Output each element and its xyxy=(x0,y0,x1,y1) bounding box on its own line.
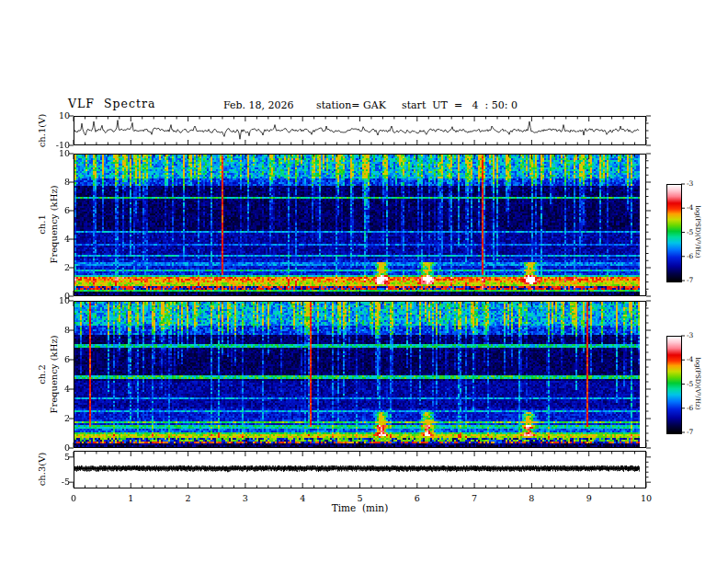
ch1-spectrogram-panel xyxy=(74,154,646,296)
colorbar-psd-ch2-label: log(PSD)(V²/Hz) xyxy=(694,358,700,410)
y-tick-label: 6 xyxy=(42,206,70,215)
x-tick-label: 10 xyxy=(632,494,660,503)
y-tick-label: 8 xyxy=(42,178,70,187)
date-label: Feb. 18, 2026 xyxy=(223,100,294,110)
figure-title: VLF Spectra xyxy=(68,98,155,110)
x-tick-label: 1 xyxy=(117,494,144,503)
colorbar-tick-label: -5 xyxy=(687,381,693,388)
ch3-waveform-canvas xyxy=(74,452,640,488)
ch1-waveform-panel xyxy=(74,116,646,145)
colorbar-psd-ch1 xyxy=(666,184,682,282)
ch1-frequency-axis-label: ch.1 Frequency (kHz) xyxy=(37,185,60,263)
ch2-frequency-axis-label-line2: Frequency (kHz) xyxy=(48,335,60,413)
x-tick-label: 7 xyxy=(461,494,488,503)
colorbar-tick-label: -5 xyxy=(687,229,693,236)
x-tick-label: 9 xyxy=(575,494,603,503)
ch3-waveform-panel xyxy=(74,451,646,488)
colorbar-tick-label: -4 xyxy=(687,204,693,212)
x-tick-label: 0 xyxy=(60,494,87,503)
colorbar-tick-label: -3 xyxy=(687,332,693,339)
colorbar-tick-label: -6 xyxy=(687,253,693,260)
colorbar-tick-label: -4 xyxy=(687,356,693,363)
x-tick-label: 4 xyxy=(289,494,316,503)
ch1-spectrogram-canvas xyxy=(74,155,640,295)
y-tick-label: 4 xyxy=(42,385,70,394)
y-tick-label: 6 xyxy=(42,355,70,364)
colorbar-tick-label: -6 xyxy=(687,405,693,412)
ch2-spectrogram-canvas xyxy=(74,302,640,447)
y-tick-label: 5 xyxy=(42,453,70,462)
colorbar-psd-ch2 xyxy=(666,336,682,434)
y-tick-label: 4 xyxy=(42,235,70,244)
y-tick-label: 8 xyxy=(42,326,70,335)
ch2-spectrogram-panel xyxy=(74,301,646,448)
vlf-spectra-figure: VLF Spectra Feb. 18, 2026 station= GAK s… xyxy=(0,0,728,563)
x-tick-label: 8 xyxy=(518,494,545,503)
time-axis-label: Time (min) xyxy=(323,502,397,513)
colorbar-tick-label: -3 xyxy=(687,180,693,188)
x-tick-label: 6 xyxy=(404,494,431,503)
y-tick-label: -5 xyxy=(42,477,70,487)
x-tick-label: 3 xyxy=(232,494,259,503)
ch1-frequency-axis-label-line2: Frequency (kHz) xyxy=(48,185,60,263)
station-label: station= GAK xyxy=(316,100,386,110)
colorbar-psd-ch1-label: log(PSD)(V²/Hz) xyxy=(694,206,700,259)
x-tick-label: 5 xyxy=(347,494,374,503)
x-tick-label: 2 xyxy=(175,494,202,503)
colorbar-tick-label: -7 xyxy=(687,277,693,284)
ch1-frequency-axis-label-line1: ch.1 xyxy=(37,185,49,263)
y-tick-label: 2 xyxy=(42,414,70,423)
y-tick-label: 10 xyxy=(42,296,70,305)
y-tick-label: 10 xyxy=(42,111,70,121)
start-ut-label: start UT = 4 : 50: 0 xyxy=(402,100,518,110)
ch1-waveform-canvas xyxy=(74,117,640,144)
y-tick-label: 2 xyxy=(42,263,70,272)
ch2-frequency-axis-label-line1: ch.2 xyxy=(37,335,49,413)
y-tick-label: 10 xyxy=(42,149,70,158)
ch2-frequency-axis-label: ch.2 Frequency (kHz) xyxy=(37,335,60,413)
colorbar-tick-label: -7 xyxy=(687,429,693,436)
